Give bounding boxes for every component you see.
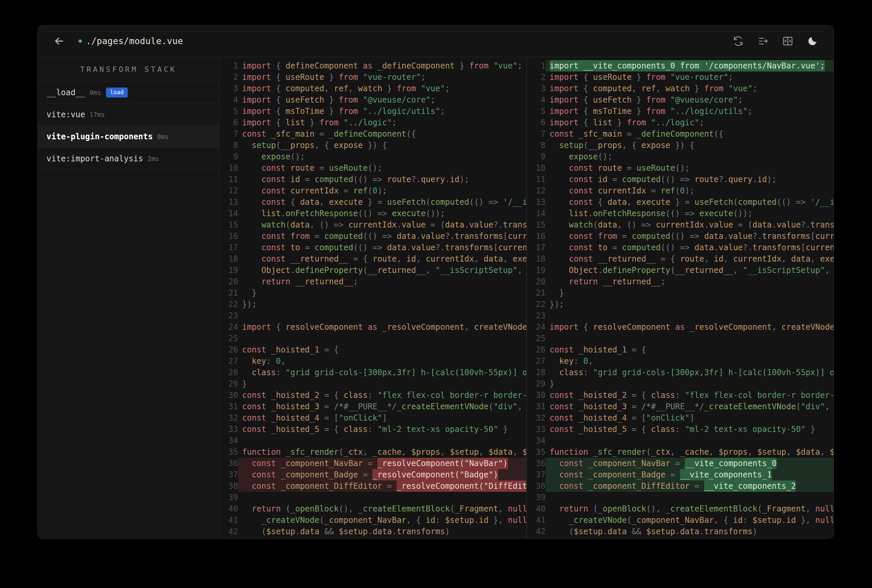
line-number: 35 — [527, 446, 546, 458]
code-line: 16 const from = computed(() => data.valu… — [527, 231, 834, 242]
code-line: 6import { list } from "../logic"; — [527, 117, 834, 128]
code-text: const _sfc_main = _defineComponent({ — [546, 128, 834, 140]
module-path: ./pages/module.vue — [86, 36, 183, 46]
line-number: 2 — [527, 72, 546, 83]
code-text — [238, 435, 526, 446]
diff-pane-left[interactable]: 1import { defineComponent as _defineComp… — [220, 57, 526, 538]
line-number: 20 — [220, 276, 238, 287]
code-text: const route = useRoute(); — [546, 162, 834, 174]
code-text: const _hoisted_1 = { — [238, 344, 526, 356]
line-number: 4 — [220, 94, 238, 106]
plugin-duration: 0ms — [157, 133, 168, 140]
code-line: 35function _sfc_render(_ctx, _cache, $pr… — [220, 446, 526, 458]
dark-mode-icon[interactable] — [807, 35, 818, 47]
line-number: 22 — [527, 298, 546, 310]
line-number: 19 — [527, 265, 546, 276]
code-text — [238, 333, 526, 344]
line-number: 36 — [527, 458, 546, 469]
code-text: ($setup.data && $setup.data.transforms) — [238, 526, 526, 537]
code-text: key: 0, — [238, 356, 526, 367]
line-number: 31 — [220, 401, 238, 412]
code-text: import { list } from "../logic"; — [238, 117, 526, 128]
code-line: 13 const { data, execute } = useFetch(co… — [220, 196, 526, 208]
code-text: const currentIdx = ref(0); — [238, 185, 526, 196]
code-line: 1import __vite_components_0 from '/compo… — [527, 60, 834, 72]
code-line: 31const _hoisted_3 = /*#__PURE__*/_creat… — [220, 401, 526, 412]
code-text: const _sfc_main = _defineComponent({ — [238, 128, 526, 140]
code-line: 2import { useRoute } from "vue-router"; — [220, 72, 526, 83]
line-number: 24 — [220, 321, 238, 333]
code-line: 8 setup(__props, { expose }) { — [527, 140, 834, 151]
code-line: 9 expose(); — [220, 151, 526, 162]
sidebar-item-load[interactable]: __load__0msload — [38, 81, 219, 104]
code-line: 12 const currentIdx = ref(0); — [527, 185, 834, 196]
code-line: 4import { useFetch } from "@vueuse/core"… — [527, 94, 834, 106]
code-text: import { msToTime } from "../logic/utils… — [546, 106, 834, 117]
code-text: const currentIdx = ref(0); — [546, 185, 834, 196]
code-before: 1import { defineComponent as _defineComp… — [220, 60, 526, 537]
back-button[interactable] — [53, 35, 65, 47]
code-text: _createVNode(_component_NavBar, { id: $s… — [238, 514, 526, 526]
sidebar-item-vite-plugin-components[interactable]: vite-plugin-components0ms — [38, 126, 219, 148]
diff-pane-right[interactable]: 1import __vite_components_0 from '/compo… — [526, 57, 834, 538]
line-number: 18 — [220, 253, 238, 265]
code-line: 18 const __returned__ = { route, id, cur… — [527, 253, 834, 265]
code-text: const { data, execute } = useFetch(compu… — [238, 196, 526, 208]
line-number: 7 — [527, 128, 546, 140]
code-text — [546, 492, 834, 503]
code-line: 26const _hoisted_1 = { — [527, 344, 834, 356]
line-number: 19 — [220, 265, 238, 276]
plugin-name: __load__ — [47, 88, 85, 97]
code-line: 8 setup(__props, { expose }) { — [220, 140, 526, 151]
code-line: 40 return (_openBlock(), _createElementB… — [220, 503, 526, 514]
code-text: const id = computed(() => route?.query.i… — [546, 174, 834, 185]
line-number: 42 — [220, 526, 238, 537]
code-text: import { useFetch } from "@vueuse/core"; — [546, 94, 834, 106]
line-number: 13 — [220, 196, 238, 208]
code-line: 2import { useRoute } from "vue-router"; — [527, 72, 834, 83]
code-text: const _hoisted_2 = { class: "flex flex-c… — [238, 390, 526, 401]
code-text: const from = computed(() => data.value?.… — [546, 231, 834, 242]
split-view-icon[interactable] — [782, 35, 794, 47]
code-text: const id = computed(() => route?.query.i… — [238, 174, 526, 185]
code-line: 23 — [220, 310, 526, 321]
line-number: 21 — [527, 287, 546, 298]
diff-added-token: __vite_components_0 — [685, 458, 777, 469]
code-text: function _sfc_render(_ctx, _cache, $prop… — [238, 446, 526, 458]
code-line: 27 key: 0, — [220, 356, 526, 367]
code-text: const _hoisted_3 = /*#__PURE__*/_createE… — [238, 401, 526, 412]
line-number: 24 — [527, 321, 546, 333]
line-number: 15 — [220, 219, 238, 231]
line-number: 16 — [220, 231, 238, 242]
line-number: 14 — [220, 208, 238, 219]
code-text: watch(data, () => currentIdx.value = (da… — [238, 219, 526, 231]
arrow-left-icon — [53, 35, 65, 47]
sidebar-item-vite-vue[interactable]: vite:vue17ms — [38, 104, 219, 126]
refresh-icon[interactable] — [732, 35, 744, 47]
inline-diff-icon[interactable] — [757, 35, 769, 47]
code-line: 33const _hoisted_5 = { class: "ml-2 text… — [220, 424, 526, 435]
line-number: 25 — [527, 333, 546, 344]
code-line: 24import { resolveComponent as _resolveC… — [527, 321, 834, 333]
code-line: 28 class: "grid grid-cols-[300px,3fr] h-… — [527, 367, 834, 378]
code-line: 37 const _component_Badge = _resolveComp… — [220, 469, 526, 480]
code-line: 41 _createVNode(_component_NavBar, { id:… — [220, 514, 526, 526]
line-number: 23 — [220, 310, 238, 321]
sidebar-item-vite-import-analysis[interactable]: vite:import-analysis2ms — [38, 148, 219, 170]
code-text: const _hoisted_2 = { class: "flex flex-c… — [546, 390, 834, 401]
line-number: 42 — [527, 526, 546, 537]
plugin-duration: 17ms — [90, 111, 105, 118]
line-number: 1 — [527, 60, 546, 72]
code-text: import { computed, ref, watch } from "vu… — [546, 83, 834, 94]
code-text: list.onFetchResponse(() => execute()); — [546, 208, 834, 219]
line-number: 32 — [220, 412, 238, 424]
code-line: 26const _hoisted_1 = { — [220, 344, 526, 356]
code-line: 41 _createVNode(_component_NavBar, { id:… — [527, 514, 834, 526]
line-number: 34 — [220, 435, 238, 446]
code-text: import { resolveComponent as _resolveCom… — [238, 321, 526, 333]
code-line: 32const _hoisted_4 = ["onClick"] — [527, 412, 834, 424]
code-text: import { msToTime } from "../logic/utils… — [238, 106, 526, 117]
line-number: 27 — [527, 356, 546, 367]
line-number: 17 — [527, 242, 546, 253]
line-number: 5 — [220, 106, 238, 117]
